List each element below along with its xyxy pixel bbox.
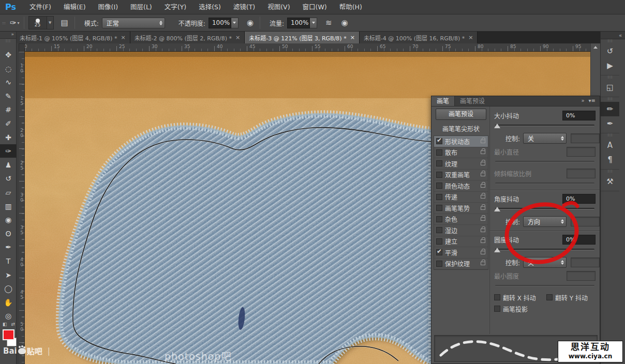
brush-option-row[interactable]: 双重画笔 <box>434 170 488 181</box>
options-grip-handle[interactable]: ⠿ <box>1 22 6 24</box>
brush-option-row[interactable]: 保护纹理 <box>434 259 488 270</box>
toolbar-collapse-button[interactable]: » <box>0 32 16 39</box>
brush-option-row[interactable]: ✔形状动态 <box>434 136 488 147</box>
eyedropper-tool[interactable]: ✐ <box>0 117 17 130</box>
size-control-select[interactable]: 关 <box>523 133 567 144</box>
document-tab[interactable]: 未标题-2 @ 800% (图层 2, RGB/8) *× <box>130 32 245 43</box>
menu-item[interactable]: 视图(V) <box>261 0 296 14</box>
zoom-tool[interactable]: ◎ <box>0 309 17 323</box>
brush-size-picker[interactable]: 25 <box>28 16 47 29</box>
foreground-color-swatch[interactable] <box>3 329 14 340</box>
size-jitter-slider[interactable] <box>494 122 596 129</box>
panel-menu-icon[interactable]: ▾≡ <box>589 98 596 106</box>
size-pressure-icon[interactable]: ◉ <box>339 18 350 27</box>
brush-option-row[interactable]: 传递 <box>434 192 488 203</box>
dock-grip-handle[interactable]: ⠿⠿ <box>601 39 619 44</box>
lock-icon[interactable] <box>481 262 485 265</box>
angle-jitter-slider[interactable] <box>494 205 596 213</box>
character-panel-icon[interactable]: A <box>601 138 619 153</box>
opacity-input[interactable]: 100% <box>209 18 231 28</box>
type-tool[interactable]: T <box>0 254 17 268</box>
document-tab[interactable]: 未标题-4 @ 100% (图层 16, RGB/8) *× <box>360 32 478 43</box>
document-tab[interactable]: 未标题-3 @ 121% (图层 3, RGB/8) *× <box>245 32 360 43</box>
lock-icon[interactable] <box>481 217 485 221</box>
option-checkbox[interactable]: ✔ <box>436 138 442 144</box>
lock-icon[interactable] <box>481 184 485 188</box>
scroll-up-arrow-icon[interactable] <box>591 43 600 51</box>
tab-close-icon[interactable]: × <box>350 34 355 41</box>
dock-grip-handle[interactable]: ⠿⠿ <box>601 170 619 174</box>
marquee-tool[interactable]: ◌ <box>0 62 17 75</box>
opacity-dropdown-button[interactable] <box>231 18 239 28</box>
lock-icon[interactable] <box>481 173 485 176</box>
brush-panel-icon[interactable]: ✏ <box>601 102 619 116</box>
tab-close-icon[interactable]: × <box>235 34 240 41</box>
dodge-tool[interactable]: ʘ <box>0 227 17 240</box>
brush-tip-shape-item[interactable]: 画笔笔尖形状 <box>434 124 488 134</box>
properties-panel-icon[interactable]: ◱ <box>601 80 619 95</box>
option-checkbox[interactable] <box>436 238 442 245</box>
dock-grip-handle[interactable]: ⠿⠿ <box>601 75 619 80</box>
blur-tool[interactable]: ◉ <box>0 213 17 226</box>
toolbar-grip-handle[interactable]: ⠿⠿ <box>0 39 16 44</box>
angle-control-select[interactable]: 方向 <box>523 216 567 227</box>
actions-panel-icon[interactable]: ▶ <box>601 58 619 73</box>
hand-tool[interactable]: ✋ <box>0 296 17 309</box>
opacity-pressure-icon[interactable]: ◉ <box>245 18 256 27</box>
toggle-brush-panel-icon[interactable]: ▤ <box>59 18 70 27</box>
lock-icon[interactable] <box>481 195 485 199</box>
option-checkbox[interactable] <box>436 149 442 156</box>
dock-grip-handle[interactable]: ⠿⠿ <box>601 97 619 102</box>
menu-item[interactable]: 帮助(H) <box>333 0 368 14</box>
tab-brush[interactable]: 画笔 <box>431 96 455 106</box>
option-checkbox[interactable] <box>436 160 442 166</box>
angle-jitter-value[interactable]: 0% <box>562 194 596 204</box>
lasso-tool[interactable]: ∿ <box>0 75 17 89</box>
menu-item[interactable]: 文件(F) <box>23 0 57 14</box>
brush-option-row[interactable]: 建立 <box>434 236 488 248</box>
brush-picker-dropdown-button[interactable]: ▼ <box>47 16 54 29</box>
airbrush-icon[interactable]: ≋ <box>323 18 334 27</box>
pen-tool[interactable]: ✒ <box>0 240 17 254</box>
brush-presets-button[interactable]: 画笔预设 <box>436 109 486 120</box>
lock-icon[interactable] <box>481 140 485 143</box>
menu-item[interactable]: 编辑(E) <box>57 0 92 14</box>
lock-icon[interactable] <box>481 206 485 210</box>
roundness-jitter-slider[interactable] <box>494 246 596 253</box>
flow-input[interactable]: 100% <box>287 18 310 28</box>
brush-option-row[interactable]: 湿边 <box>434 225 488 236</box>
paragraph-panel-icon[interactable]: ¶ <box>601 153 619 167</box>
brush-tool[interactable]: ✑ <box>0 144 17 158</box>
lock-icon[interactable] <box>481 150 485 154</box>
lock-icon[interactable] <box>481 239 485 243</box>
default-colors-icon[interactable]: ◧ <box>3 322 7 327</box>
option-checkbox[interactable] <box>436 172 442 178</box>
brush-projection-checkbox[interactable] <box>494 306 500 312</box>
lock-icon[interactable] <box>481 162 485 165</box>
option-checkbox[interactable] <box>436 194 442 200</box>
shape-tool[interactable]: ◯ <box>0 282 17 295</box>
lock-icon[interactable] <box>481 251 485 254</box>
blend-mode-select[interactable]: 正常 <box>102 18 165 28</box>
path-selection-tool[interactable]: ➤ <box>0 268 17 282</box>
gradient-tool[interactable]: ▥ <box>0 200 17 213</box>
brush-tool-preset-icon[interactable]: ✑ <box>8 18 19 27</box>
tool-presets-panel-icon[interactable]: ⚒ <box>601 174 619 189</box>
brush-option-row[interactable]: ✔平滑 <box>434 247 488 259</box>
chevron-down-icon[interactable]: ▾ <box>18 21 20 25</box>
dock-collapse-button[interactable]: « <box>601 32 625 39</box>
size-jitter-value[interactable]: 0% <box>562 111 596 120</box>
menu-item[interactable]: 图像(I) <box>92 0 124 14</box>
panel-expand-icon[interactable]: » <box>581 98 584 106</box>
brush-presets-panel-icon[interactable]: ✒ <box>601 116 619 131</box>
menu-item[interactable]: 图层(L) <box>124 0 158 14</box>
menu-item[interactable]: 滤镜(T) <box>227 0 261 14</box>
flow-dropdown-button[interactable] <box>310 18 317 28</box>
roundness-jitter-value[interactable]: 0% <box>562 235 596 245</box>
healing-brush-tool[interactable]: ✚ <box>0 131 17 144</box>
move-tool[interactable]: ✥ <box>0 48 17 62</box>
option-checkbox[interactable] <box>436 216 442 222</box>
document-tab[interactable]: 未标题-1 @ 105% (图层 4, RGB/8) *× <box>16 32 130 43</box>
dock-grip-handle[interactable]: ⠿⠿ <box>601 133 619 138</box>
option-checkbox[interactable]: ✔ <box>436 249 442 255</box>
